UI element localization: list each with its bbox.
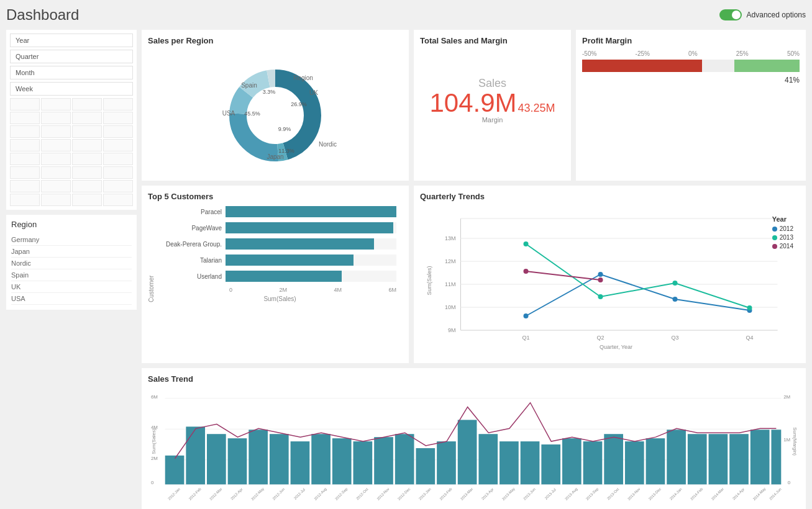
- svg-text:11.3%: 11.3%: [278, 148, 294, 154]
- svg-rect-50: [186, 426, 205, 484]
- svg-rect-69: [583, 441, 603, 484]
- dot-2013-q2: [598, 294, 603, 299]
- margin-value: 43.25M: [518, 102, 555, 115]
- sales-value-container: 104.9M 43.25M: [429, 90, 555, 116]
- svg-text:2012-Aug: 2012-Aug: [313, 487, 327, 501]
- legend-2013: 2013: [772, 234, 793, 241]
- sales-per-region-card: Sales per Region: [142, 30, 409, 181]
- bar-chart-inner: Paracel PageWave: [157, 206, 403, 302]
- donut-chart-container: Region UK 26.9% 9.9% Japan 11.3% USA 45.…: [148, 50, 403, 174]
- bar-fill-deak: [226, 238, 374, 250]
- svg-text:26.9%: 26.9%: [291, 101, 307, 107]
- svg-text:2014-Feb: 2014-Feb: [690, 487, 704, 501]
- legend-2014: 2014: [772, 243, 793, 250]
- dot-2013-q4: [747, 305, 752, 310]
- svg-text:Nordic: Nordic: [319, 141, 337, 148]
- margin-bar-red: [582, 60, 702, 72]
- svg-text:2014-May: 2014-May: [752, 487, 767, 501]
- svg-rect-78: [771, 430, 781, 484]
- region-uk[interactable]: UK: [11, 281, 132, 293]
- bar-row-paracel: Paracel: [163, 206, 396, 217]
- svg-text:2013-May: 2013-May: [501, 487, 516, 501]
- svg-rect-58: [354, 441, 373, 484]
- advanced-options-container: Advanced options: [719, 9, 806, 20]
- dot-2013-q3: [673, 281, 678, 286]
- header: Dashboard Advanced options: [6, 6, 806, 24]
- svg-text:2012-Feb: 2012-Feb: [188, 487, 203, 501]
- bar-label-paracel: Paracel: [163, 209, 226, 215]
- bar-fill-pagewave: [226, 222, 393, 233]
- svg-text:2013-Aug: 2013-Aug: [564, 487, 578, 501]
- svg-text:2013-Nov: 2013-Nov: [627, 487, 641, 501]
- svg-rect-61: [416, 448, 435, 484]
- filter-grid: [10, 98, 133, 206]
- svg-rect-74: [688, 434, 707, 484]
- filter-month[interactable]: Month: [10, 66, 133, 79]
- region-spain[interactable]: Spain: [11, 269, 132, 281]
- svg-text:2013-Dec: 2013-Dec: [648, 487, 662, 501]
- svg-rect-55: [291, 441, 310, 484]
- sales-display: Sales 104.9M 43.25M Margin: [420, 50, 565, 150]
- bar-row-userland: Userland: [163, 271, 396, 282]
- svg-text:2012-May: 2012-May: [250, 487, 265, 501]
- svg-text:45.5%: 45.5%: [244, 110, 260, 117]
- filter-quarter[interactable]: Quarter: [10, 50, 133, 63]
- svg-text:Region: Region: [293, 74, 313, 81]
- bar-y-axis-label: Customer: [148, 206, 155, 302]
- svg-rect-49: [165, 456, 185, 485]
- bar-row-deak: Deak-Perera Group.: [163, 238, 396, 250]
- margin-bar-green: [734, 60, 800, 72]
- svg-text:9M: 9M: [448, 327, 456, 333]
- dot-2014-q2: [598, 277, 603, 282]
- trend-bars: [165, 420, 782, 484]
- advanced-options-label: Advanced options: [747, 11, 806, 19]
- dot-2012-q1: [524, 313, 529, 318]
- top-customers-card: Top 5 Customers Customer Paracel: [142, 186, 409, 363]
- svg-rect-56: [311, 434, 331, 484]
- top-customers-title: Top 5 Customers: [148, 192, 403, 201]
- svg-rect-53: [249, 430, 268, 484]
- svg-text:2M: 2M: [783, 394, 790, 400]
- svg-rect-73: [667, 430, 686, 484]
- total-sales-title: Total Sales and Margin: [420, 36, 565, 45]
- svg-rect-60: [395, 434, 414, 484]
- region-nordic[interactable]: Nordic: [11, 258, 132, 269]
- svg-text:2012-Dec: 2012-Dec: [397, 487, 411, 501]
- svg-text:Quarter, Year: Quarter, Year: [600, 344, 632, 350]
- legend-dot-2012: [772, 227, 777, 232]
- sales-trend-title: Sales Trend: [148, 374, 800, 384]
- svg-text:Japan: Japan: [267, 153, 283, 160]
- svg-text:Q4: Q4: [746, 335, 753, 341]
- advanced-options-toggle[interactable]: [719, 9, 742, 20]
- bar-track-deak: [226, 238, 396, 250]
- svg-text:0: 0: [151, 480, 154, 485]
- sales-trend-card: Sales Trend 6M 4M 2M 0 2M 1M 0 Sum(Sales…: [142, 368, 806, 509]
- svg-rect-66: [521, 441, 540, 484]
- region-usa[interactable]: USA: [11, 293, 132, 305]
- svg-text:13M: 13M: [445, 235, 456, 241]
- svg-rect-65: [500, 441, 519, 484]
- filter-week[interactable]: Week: [10, 82, 133, 96]
- svg-text:2014-Jan: 2014-Jan: [669, 487, 683, 501]
- svg-text:2013-Sep: 2013-Sep: [585, 487, 600, 501]
- svg-text:Q3: Q3: [671, 335, 678, 341]
- bar-track-talarian: [226, 254, 396, 266]
- quarterly-trends-card: Quarterly Trends: [414, 186, 806, 363]
- margin-percent-value: 41%: [582, 76, 800, 84]
- region-japan[interactable]: Japan: [11, 246, 132, 258]
- svg-text:2M: 2M: [151, 456, 158, 461]
- bar-label-talarian: Talarian: [163, 257, 226, 264]
- line-2013: [526, 244, 750, 308]
- line-2012: [526, 274, 750, 316]
- svg-text:1M: 1M: [783, 437, 790, 443]
- dot-2012-q3: [673, 297, 678, 302]
- svg-rect-68: [562, 438, 582, 484]
- dot-2012-q2: [598, 272, 603, 277]
- bar-row-talarian: Talarian: [163, 254, 396, 266]
- region-germany[interactable]: Germany: [11, 234, 132, 246]
- bar-x-axis: 0 2M 4M 6M: [163, 287, 396, 293]
- filter-year[interactable]: Year: [10, 34, 133, 47]
- bar-chart-container: Paracel PageWave: [157, 206, 403, 302]
- sales-region-title: Sales per Region: [148, 36, 403, 45]
- dashboard-page: Dashboard Advanced options Year Quarter …: [0, 0, 812, 509]
